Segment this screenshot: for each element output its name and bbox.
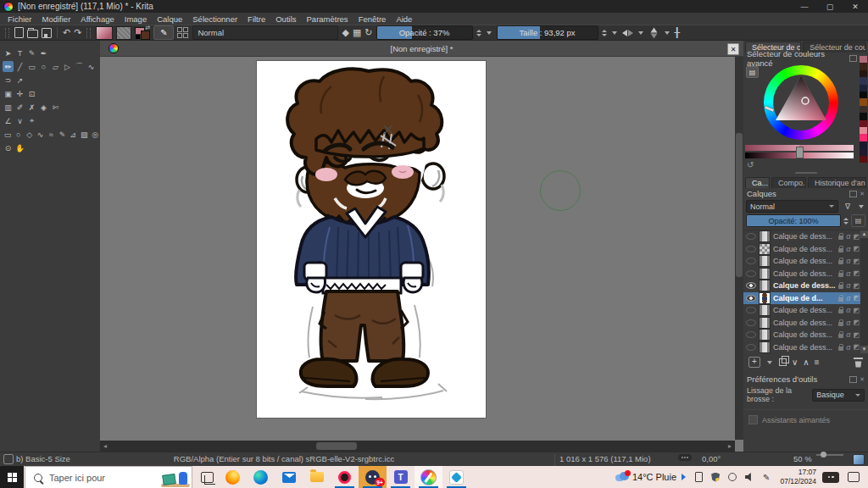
lock-icon[interactable] [838,260,843,264]
redo-button[interactable]: ↷ [74,28,81,37]
pattern-chooser[interactable] [116,26,131,40]
gradient-chooser[interactable] [96,26,113,40]
magnetic-select-tool[interactable]: ✎ [57,129,67,140]
volume-icon[interactable] [745,473,754,482]
add-layer-dropdown[interactable] [767,361,772,364]
line-tool[interactable]: ╱ [14,61,25,72]
mirror-horizontal-button[interactable] [622,30,633,36]
document-close-button[interactable]: ✕ [727,43,739,55]
history-swatch[interactable] [860,148,867,155]
size-dropdown-arrow[interactable] [612,31,617,35]
layer-visibility-toggle[interactable] [746,331,756,338]
patch-tool[interactable]: ✗ [26,102,37,113]
alpha-lock-icon[interactable]: α [846,330,850,339]
freehand-path-tool[interactable]: ∿ [86,61,97,72]
docker-tab[interactable]: Compo... [771,177,806,188]
duplicate-layer-button[interactable] [779,358,787,366]
task-view-button[interactable] [193,466,221,488]
menu-image[interactable]: Image [120,14,152,24]
dynamic-brush-tool[interactable]: ⊃ [3,75,14,86]
lock-icon[interactable] [838,297,843,302]
lock-icon[interactable] [838,347,843,351]
new-document-button[interactable] [14,27,24,38]
history-swatch[interactable] [860,141,867,148]
layer-filter-arrow[interactable] [859,205,864,208]
minimize-button[interactable]: — [792,0,817,13]
layer-visibility-toggle[interactable] [746,295,756,302]
calligraphy-tool[interactable]: ✒ [38,47,49,58]
taskbar-explorer[interactable] [303,466,331,488]
float-panel-icon[interactable] [849,376,857,383]
delete-layer-button[interactable] [854,358,863,368]
opacity-dropdown-arrow[interactable] [487,31,492,35]
menu-modifier[interactable]: Modifier [37,14,76,24]
layer-visibility-toggle[interactable] [746,307,756,313]
transform-tool[interactable]: ▣ [3,88,14,99]
menu-affichage[interactable]: Affichage [75,14,119,24]
brush-preset-name[interactable]: b) Basic-5 Size [16,454,70,463]
lock-icon[interactable] [838,334,843,338]
lock-icon[interactable] [838,309,843,313]
lock-icon[interactable] [838,236,843,240]
toolbar-grip[interactable] [5,28,9,38]
move-layer-up-button[interactable]: ∧ [803,358,809,367]
menu-fichier[interactable]: Fichier [3,14,37,24]
foreground-background-colors[interactable]: ⇄ [135,25,150,40]
taskbar-krita[interactable] [415,466,442,488]
taskbar-firefox[interactable] [219,466,247,488]
weather-icon[interactable] [615,472,629,482]
weather-text[interactable]: 14°C Pluie [632,472,676,482]
zoom-slider[interactable] [816,454,843,456]
canvas-vertical-scrollbar[interactable] [735,57,743,440]
brush-editor-button[interactable]: ✎ [153,25,174,40]
taskbar-photos[interactable] [442,466,470,488]
lock-icon[interactable] [838,273,843,277]
layer-filter-button[interactable]: ∇ [841,201,854,212]
text-tool[interactable]: T [14,47,25,58]
inherit-alpha-icon[interactable]: ◩ [853,258,860,265]
size-slider[interactable]: Taille : 93,92 px [497,25,598,40]
color-sampler-tool[interactable]: ✐ [14,102,25,113]
layer-row[interactable]: Calque de dess...α◩ [743,317,868,330]
layer-row[interactable]: Calque de dess...α◩ [743,268,868,280]
menu-calque[interactable]: Calque [152,14,187,24]
reference-images-tool[interactable]: ⌖ [26,115,37,126]
lock-icon[interactable] [838,322,843,326]
history-swatch[interactable] [860,113,867,119]
taskbar-edge[interactable] [247,466,275,488]
show-hidden-icons-chevron[interactable] [682,474,686,480]
pan-tool[interactable]: ✋ [14,142,25,153]
inherit-alpha-icon[interactable]: ◩ [853,233,860,241]
advanced-color-selector[interactable]: ▤ [743,64,868,143]
wrap-around-button[interactable]: ╂ [675,28,681,37]
layer-visibility-toggle[interactable] [746,344,756,351]
layer-visibility-toggle[interactable] [746,270,756,277]
start-button[interactable] [0,466,24,488]
docker-resize-handle[interactable] [795,172,817,174]
opacity-slider[interactable]: Opacité : 37% [376,25,473,40]
layer-visibility-toggle[interactable] [746,282,756,289]
undo-button[interactable]: ↶ [63,28,70,37]
ellipse-tool[interactable]: ○ [38,61,49,72]
usb-icon[interactable] [695,472,703,482]
menu-aide[interactable]: Aide [391,14,417,24]
inherit-alpha-icon[interactable]: ◩ [853,343,860,351]
canvas-horizontal-scrollbar[interactable]: ◂ ▸ [100,441,735,452]
canvas-area[interactable]: [Non enregistré] * ✕ [100,41,743,452]
alpha-lock-icon[interactable]: α [846,281,850,290]
history-swatch[interactable] [860,63,867,69]
gradient-tool[interactable]: ▥ [3,102,14,113]
alpha-lock-icon[interactable]: α [846,269,850,278]
move-tool[interactable]: ✛ [14,88,25,99]
layer-row[interactable]: Calque de dess...α◩ [743,329,868,341]
inherit-alpha-icon[interactable]: ◩ [853,245,860,252]
zoom-tool[interactable]: ⊙ [3,142,14,153]
layer-visibility-toggle[interactable] [746,246,756,252]
strip-handle[interactable] [796,147,804,158]
layer-row[interactable]: Calque de dess...α◩ [743,280,868,292]
inherit-alpha-icon[interactable]: ◩ [853,331,860,339]
mirror-vertical-options[interactable] [665,31,670,35]
canvas-rotation-value[interactable]: 0,00° [702,454,721,463]
move-layer-down-button[interactable]: ∨ [792,358,798,367]
history-swatch[interactable] [860,127,867,134]
